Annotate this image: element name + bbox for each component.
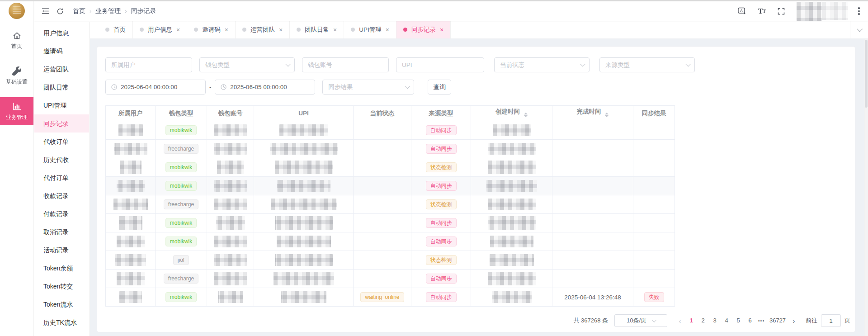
submenu-item[interactable]: 取消记录 bbox=[34, 223, 89, 241]
cell-current-status bbox=[354, 140, 411, 158]
submenu-item[interactable]: 团队日常 bbox=[34, 78, 89, 96]
table-header-cell[interactable]: 创建时间 bbox=[471, 106, 552, 121]
page-tab[interactable]: 团队日常 × bbox=[290, 21, 344, 38]
tab-close-icon[interactable]: × bbox=[386, 26, 389, 33]
page-number-button[interactable]: 6 bbox=[744, 314, 756, 327]
table-row[interactable]: jiof 状态检测 bbox=[106, 251, 675, 270]
cell-create-time bbox=[471, 214, 552, 232]
wallet-type-select[interactable]: 钱包类型 bbox=[199, 57, 295, 72]
breadcrumb-business[interactable]: 业务管理 bbox=[95, 7, 121, 15]
submenu-item[interactable]: 代付订单 bbox=[34, 169, 89, 187]
table-header-cell[interactable]: 同步结果 bbox=[633, 106, 675, 121]
table-row[interactable]: mobikwik 状态检测 bbox=[106, 158, 675, 177]
prev-page-button[interactable]: ‹ bbox=[675, 317, 685, 325]
breadcrumb-home[interactable]: 首页 bbox=[73, 7, 85, 15]
kebab-menu-icon[interactable] bbox=[858, 7, 860, 15]
tab-close-icon[interactable]: × bbox=[279, 26, 283, 33]
submenu-item[interactable]: 邀请码 bbox=[34, 42, 89, 60]
current-status-select[interactable]: 当前状态 bbox=[494, 57, 590, 72]
submenu-item[interactable]: 用户信息 bbox=[34, 24, 89, 42]
submenu-item[interactable]: Token流水 bbox=[34, 295, 89, 313]
rail-item-label: 首页 bbox=[0, 43, 33, 50]
tab-close-icon[interactable]: × bbox=[440, 26, 443, 33]
sort-icon[interactable] bbox=[605, 111, 609, 119]
submenu-item[interactable]: 运营团队 bbox=[34, 60, 89, 78]
table-header-cell[interactable]: 完成时间 bbox=[552, 106, 633, 121]
scrollbar-thumb[interactable] bbox=[865, 40, 868, 108]
upi-input[interactable]: UPI bbox=[396, 57, 484, 72]
redacted-block bbox=[217, 161, 244, 174]
redacted-block bbox=[493, 124, 531, 136]
page-tab[interactable]: 首页 × bbox=[99, 21, 133, 38]
source-type-select[interactable]: 来源类型 bbox=[599, 57, 695, 72]
table-header-cell[interactable]: UPI bbox=[254, 106, 354, 121]
submenu-item[interactable]: 活动记录 bbox=[34, 241, 89, 259]
cell-owner-user bbox=[106, 214, 156, 232]
tab-label: 同步记录 bbox=[411, 26, 436, 34]
page-ellipsis[interactable]: ••• bbox=[756, 318, 767, 323]
table-header-cell[interactable]: 钱包类型 bbox=[156, 106, 207, 121]
submenu-item[interactable]: Token余额 bbox=[34, 259, 89, 277]
table-row[interactable]: mobikwik 自动同步 bbox=[106, 214, 675, 232]
page-tab[interactable]: 同步记录 × bbox=[396, 21, 451, 38]
goto-page-input[interactable] bbox=[821, 314, 841, 327]
table-row[interactable]: mobikwik waiting_online 自动同步 2025-06-04 … bbox=[106, 288, 675, 307]
page-tab[interactable]: 用户信息 × bbox=[133, 21, 187, 38]
refresh-icon[interactable] bbox=[57, 8, 64, 15]
submenu-item[interactable]: Token转交 bbox=[34, 277, 89, 295]
start-datetime-picker[interactable]: 2025-06-04 00:00:00 bbox=[105, 80, 206, 95]
page-number-button[interactable]: 2 bbox=[697, 314, 709, 327]
sort-icon[interactable] bbox=[524, 111, 528, 119]
submenu-item[interactable]: 历史TK流水 bbox=[34, 313, 89, 331]
table-row[interactable]: freecharge 自动同步 bbox=[106, 270, 675, 288]
end-datetime-picker[interactable]: 2025-06-05 00:00:00 bbox=[215, 80, 315, 95]
column-label: 钱包类型 bbox=[169, 110, 193, 117]
page-size-select[interactable]: 10条/页 bbox=[614, 314, 667, 327]
sync-result-select[interactable]: 同步结果 bbox=[322, 80, 414, 95]
tab-close-icon[interactable]: × bbox=[225, 26, 228, 33]
navbar-actions: A TT bbox=[726, 1, 868, 21]
submenu-item[interactable]: 同步记录 bbox=[34, 114, 89, 133]
table-header-cell[interactable]: 来源类型 bbox=[411, 106, 471, 121]
rail-item-basic-settings[interactable]: 基础设置 bbox=[0, 62, 33, 90]
page-number-button[interactable]: 3 bbox=[709, 314, 721, 327]
table-row[interactable]: mobikwik 自动同步 bbox=[106, 177, 675, 195]
table-header-cell[interactable]: 钱包账号 bbox=[207, 106, 254, 121]
tab-close-icon[interactable]: × bbox=[176, 26, 180, 33]
page-number-button[interactable]: 5 bbox=[732, 314, 744, 327]
submenu-item[interactable]: 付款记录 bbox=[34, 205, 89, 223]
font-size-icon[interactable]: TT bbox=[758, 7, 766, 15]
tab-close-icon[interactable]: × bbox=[333, 26, 337, 33]
fullscreen-icon[interactable] bbox=[778, 8, 785, 15]
table-row[interactable]: mobikwik 自动同步 bbox=[106, 232, 675, 251]
submenu-item[interactable]: 收款记录 bbox=[34, 187, 89, 205]
translate-icon[interactable]: A bbox=[738, 7, 746, 15]
page-number-button[interactable]: 4 bbox=[721, 314, 732, 327]
submenu-item[interactable]: UPI管理 bbox=[34, 96, 89, 114]
rail-item-home[interactable]: 首页 bbox=[0, 26, 33, 54]
vertical-scrollbar[interactable] bbox=[864, 39, 868, 336]
tab-list-dropdown-button[interactable] bbox=[850, 21, 868, 38]
home-icon bbox=[0, 31, 33, 40]
page-number-button[interactable]: 1 bbox=[685, 314, 697, 327]
submenu-item[interactable]: 代收订单 bbox=[34, 133, 89, 151]
search-button[interactable]: 查询 bbox=[428, 80, 451, 95]
table-row[interactable]: freecharge 状态检测 bbox=[106, 195, 675, 214]
table-header-cell[interactable]: 所属用户 bbox=[106, 106, 156, 121]
sidebar-fold-icon[interactable] bbox=[42, 8, 49, 14]
last-page-button[interactable]: 36727 bbox=[767, 314, 788, 327]
page-tab[interactable]: 邀请码 × bbox=[187, 21, 236, 38]
page-tab[interactable]: UPI管理 × bbox=[344, 21, 396, 38]
avatar[interactable] bbox=[797, 2, 848, 21]
next-page-button[interactable]: › bbox=[788, 317, 799, 325]
source-type-tag: 自动同步 bbox=[426, 274, 457, 284]
owner-user-input[interactable]: 所属用户 bbox=[105, 57, 192, 72]
table-header-cell[interactable]: 当前状态 bbox=[354, 106, 411, 121]
rail-item-business-management[interactable]: 业务管理 bbox=[0, 97, 33, 125]
redacted-block bbox=[490, 254, 534, 266]
table-row[interactable]: mobikwik 自动同步 bbox=[106, 121, 675, 140]
submenu-item[interactable]: 历史代收 bbox=[34, 151, 89, 169]
page-tab[interactable]: 运营团队 × bbox=[236, 21, 290, 38]
table-row[interactable]: freecharge 自动同步 bbox=[106, 140, 675, 158]
wallet-account-input[interactable]: 钱包账号 bbox=[302, 57, 389, 72]
